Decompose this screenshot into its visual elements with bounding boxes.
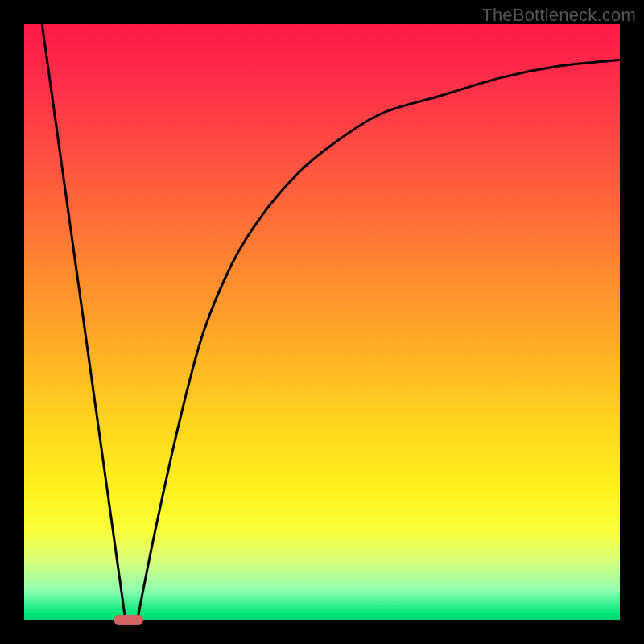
chart-frame: TheBottleneck.com: [0, 0, 644, 644]
curve-left-branch: [42, 24, 126, 620]
bottleneck-marker: [114, 615, 143, 625]
plot-area: [24, 24, 620, 620]
curve-layer: [24, 24, 620, 620]
curve-right-branch: [138, 60, 620, 620]
watermark-text: TheBottleneck.com: [481, 5, 636, 26]
